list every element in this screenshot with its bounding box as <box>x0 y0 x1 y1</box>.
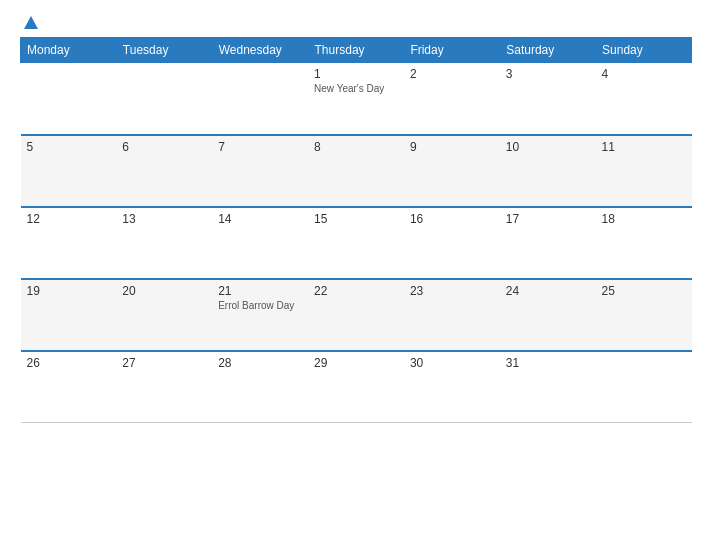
day-number: 4 <box>602 67 686 81</box>
calendar-day-cell: 10 <box>500 135 596 207</box>
calendar-day-cell: 19 <box>21 279 117 351</box>
day-number: 29 <box>314 356 398 370</box>
day-number: 19 <box>27 284 111 298</box>
calendar-day-cell: 31 <box>500 351 596 423</box>
day-number: 10 <box>506 140 590 154</box>
calendar-day-cell: 17 <box>500 207 596 279</box>
calendar-day-cell: 5 <box>21 135 117 207</box>
calendar-page: MondayTuesdayWednesdayThursdayFridaySatu… <box>0 0 712 550</box>
calendar-day-cell: 9 <box>404 135 500 207</box>
calendar-day-cell: 26 <box>21 351 117 423</box>
calendar-day-cell: 2 <box>404 63 500 135</box>
calendar-day-header: Tuesday <box>116 38 212 63</box>
calendar-week-row: 262728293031 <box>21 351 692 423</box>
calendar-week-row: 192021Errol Barrow Day22232425 <box>21 279 692 351</box>
day-number: 9 <box>410 140 494 154</box>
calendar-day-cell <box>596 351 692 423</box>
calendar-week-row: 12131415161718 <box>21 207 692 279</box>
calendar-day-cell: 22 <box>308 279 404 351</box>
day-number: 30 <box>410 356 494 370</box>
calendar-day-cell: 7 <box>212 135 308 207</box>
calendar-day-header: Saturday <box>500 38 596 63</box>
holiday-label: Errol Barrow Day <box>218 300 302 311</box>
day-number: 7 <box>218 140 302 154</box>
day-number: 26 <box>27 356 111 370</box>
holiday-label: New Year's Day <box>314 83 398 94</box>
day-number: 2 <box>410 67 494 81</box>
calendar-day-cell: 14 <box>212 207 308 279</box>
calendar-table: MondayTuesdayWednesdayThursdayFridaySatu… <box>20 37 692 423</box>
day-number: 8 <box>314 140 398 154</box>
calendar-day-header: Friday <box>404 38 500 63</box>
logo-triangle-icon <box>24 16 38 29</box>
calendar-day-cell: 12 <box>21 207 117 279</box>
calendar-day-cell: 15 <box>308 207 404 279</box>
calendar-day-cell: 24 <box>500 279 596 351</box>
day-number: 11 <box>602 140 686 154</box>
calendar-day-cell: 3 <box>500 63 596 135</box>
calendar-day-cell: 30 <box>404 351 500 423</box>
day-number: 31 <box>506 356 590 370</box>
calendar-day-cell: 28 <box>212 351 308 423</box>
calendar-day-header: Monday <box>21 38 117 63</box>
calendar-day-cell: 1New Year's Day <box>308 63 404 135</box>
calendar-day-cell: 11 <box>596 135 692 207</box>
day-number: 3 <box>506 67 590 81</box>
calendar-header-row: MondayTuesdayWednesdayThursdayFridaySatu… <box>21 38 692 63</box>
calendar-day-header: Wednesday <box>212 38 308 63</box>
calendar-day-cell <box>116 63 212 135</box>
day-number: 1 <box>314 67 398 81</box>
calendar-day-cell: 16 <box>404 207 500 279</box>
calendar-day-cell: 20 <box>116 279 212 351</box>
calendar-day-cell: 18 <box>596 207 692 279</box>
header <box>20 16 692 29</box>
calendar-day-cell: 21Errol Barrow Day <box>212 279 308 351</box>
calendar-day-cell: 4 <box>596 63 692 135</box>
calendar-day-cell: 8 <box>308 135 404 207</box>
calendar-day-cell: 29 <box>308 351 404 423</box>
calendar-day-cell: 13 <box>116 207 212 279</box>
calendar-day-cell <box>21 63 117 135</box>
day-number: 21 <box>218 284 302 298</box>
day-number: 25 <box>602 284 686 298</box>
calendar-day-cell <box>212 63 308 135</box>
logo <box>20 16 38 29</box>
day-number: 20 <box>122 284 206 298</box>
day-number: 22 <box>314 284 398 298</box>
day-number: 5 <box>27 140 111 154</box>
calendar-day-header: Sunday <box>596 38 692 63</box>
day-number: 18 <box>602 212 686 226</box>
calendar-day-cell: 27 <box>116 351 212 423</box>
day-number: 17 <box>506 212 590 226</box>
calendar-day-cell: 25 <box>596 279 692 351</box>
day-number: 6 <box>122 140 206 154</box>
calendar-day-cell: 23 <box>404 279 500 351</box>
day-number: 27 <box>122 356 206 370</box>
day-number: 13 <box>122 212 206 226</box>
day-number: 14 <box>218 212 302 226</box>
day-number: 16 <box>410 212 494 226</box>
calendar-day-header: Thursday <box>308 38 404 63</box>
calendar-day-cell: 6 <box>116 135 212 207</box>
day-number: 23 <box>410 284 494 298</box>
calendar-week-row: 567891011 <box>21 135 692 207</box>
day-number: 12 <box>27 212 111 226</box>
day-number: 15 <box>314 212 398 226</box>
day-number: 28 <box>218 356 302 370</box>
day-number: 24 <box>506 284 590 298</box>
calendar-week-row: 1New Year's Day234 <box>21 63 692 135</box>
